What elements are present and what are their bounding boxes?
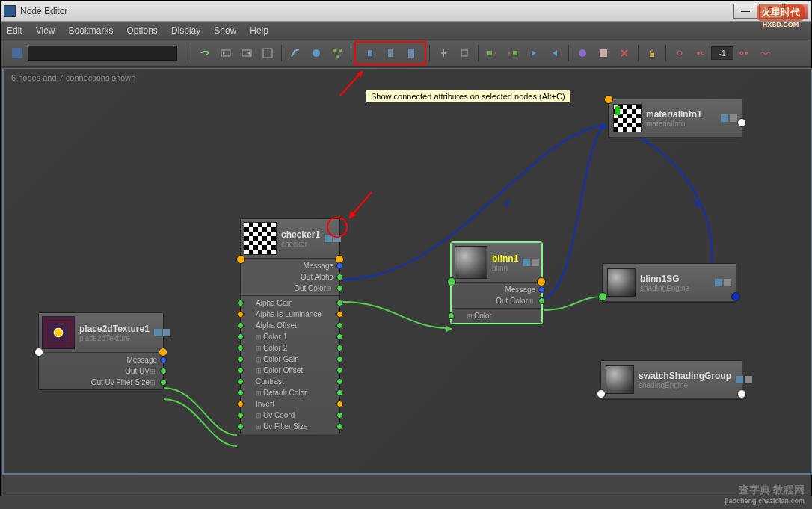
simple-mode-icon[interactable] bbox=[360, 44, 378, 62]
depth-zero-icon[interactable] bbox=[671, 44, 689, 62]
menu-display[interactable]: Display bbox=[171, 25, 200, 36]
annotation-arrow-node bbox=[342, 188, 379, 226]
node-graph-canvas[interactable]: 6 nodes and 7 connections shown Show con… bbox=[2, 68, 812, 475]
output-port[interactable] bbox=[731, 292, 740, 301]
port-in[interactable] bbox=[448, 312, 455, 319]
attr-uvfiltersize: ⊞Uv Filter Size bbox=[241, 421, 339, 432]
input-graph-icon[interactable] bbox=[483, 44, 501, 62]
port-out[interactable] bbox=[336, 262, 343, 269]
svg-point-14 bbox=[579, 49, 586, 57]
pin-icon[interactable] bbox=[434, 44, 452, 62]
node-header-icons[interactable] bbox=[523, 259, 539, 266]
svg-point-19 bbox=[701, 52, 704, 55]
attr-invert: Invert bbox=[241, 398, 339, 410]
attr-outcolor: Out Color⊞ bbox=[452, 295, 541, 306]
swatch-icon bbox=[455, 246, 487, 279]
node-name-label: blinn1SG bbox=[640, 274, 710, 284]
menu-show[interactable]: Show bbox=[214, 25, 236, 36]
clear-icon[interactable] bbox=[286, 44, 304, 62]
texture-icon[interactable] bbox=[594, 44, 612, 62]
add-node-icon[interactable] bbox=[307, 44, 325, 62]
svg-rect-15 bbox=[600, 49, 607, 57]
attr-message: Message bbox=[241, 260, 339, 271]
attr-alphagain: Alpha Gain bbox=[241, 297, 339, 309]
connected-mode-icon[interactable] bbox=[381, 44, 399, 62]
menu-edit[interactable]: Edit bbox=[7, 25, 22, 36]
title-bar[interactable]: Node Editor — ☐ ✕ bbox=[1, 1, 811, 22]
svg-rect-10 bbox=[408, 49, 414, 58]
swatch-icon bbox=[607, 268, 636, 297]
svg-rect-3 bbox=[263, 49, 272, 58]
node-type-label: shadingEngine bbox=[639, 381, 731, 389]
port-out[interactable] bbox=[160, 368, 167, 374]
traversal-depth-field[interactable]: -1 bbox=[711, 46, 733, 60]
svg-rect-13 bbox=[513, 51, 517, 55]
input-port[interactable] bbox=[604, 95, 613, 104]
port-out[interactable] bbox=[538, 297, 545, 304]
layout-icon[interactable] bbox=[259, 44, 277, 62]
node-materialinfo[interactable]: materialInfo1 materialInfo bbox=[608, 99, 742, 138]
output-port[interactable] bbox=[737, 118, 746, 127]
output-port[interactable] bbox=[737, 389, 746, 398]
svg-point-4 bbox=[313, 49, 320, 57]
graph-icon[interactable] bbox=[328, 44, 346, 62]
port-out[interactable] bbox=[538, 286, 545, 293]
svg-rect-12 bbox=[487, 51, 492, 55]
port-out[interactable] bbox=[336, 285, 343, 291]
menu-options[interactable]: Options bbox=[127, 25, 158, 36]
attr-contrast: Contrast bbox=[241, 376, 339, 387]
menu-help[interactable]: Help bbox=[250, 25, 268, 36]
node-blinn[interactable]: blinn1 blinn Message Out Color⊞ ⊞Color bbox=[451, 242, 542, 324]
depth-decrease-icon[interactable] bbox=[692, 44, 710, 62]
node-header-icons[interactable] bbox=[715, 279, 731, 286]
svg-point-20 bbox=[740, 52, 743, 55]
redo-icon[interactable] bbox=[196, 44, 214, 62]
output-graph-icon[interactable] bbox=[504, 44, 522, 62]
depth-unlimited-icon[interactable] bbox=[756, 44, 774, 62]
attr-colorgain: ⊞Color Gain bbox=[241, 354, 339, 365]
minimize-button[interactable]: — bbox=[733, 4, 757, 19]
input-port[interactable] bbox=[598, 292, 607, 301]
nav-forward-icon[interactable] bbox=[238, 44, 256, 62]
node-editor-window: Node Editor — ☐ ✕ Edit View Bookmarks Op… bbox=[0, 0, 812, 496]
attr-message: Message bbox=[39, 354, 163, 365]
attr-alphaoffset: Alpha Offset bbox=[241, 320, 339, 331]
app-icon bbox=[4, 5, 16, 17]
menu-bookmarks[interactable]: Bookmarks bbox=[68, 25, 113, 36]
node-header-icons[interactable] bbox=[721, 114, 737, 122]
node-swatchsg[interactable]: swatchShadingGroup shadingEngine bbox=[600, 360, 742, 400]
port-out[interactable] bbox=[336, 274, 343, 280]
menu-view[interactable]: View bbox=[36, 25, 55, 36]
node-header-icons[interactable] bbox=[154, 329, 170, 336]
annotation-circle bbox=[327, 217, 348, 238]
material-icon[interactable] bbox=[573, 44, 591, 62]
node-type-label: checker bbox=[281, 240, 320, 248]
svg-rect-2 bbox=[242, 50, 251, 56]
attr-alphalum: Alpha Is Luminance bbox=[241, 309, 339, 320]
arrow-left-icon[interactable] bbox=[525, 44, 543, 62]
node-header-icons[interactable] bbox=[736, 376, 752, 383]
input-field-icon[interactable] bbox=[8, 44, 26, 62]
swatch-icon bbox=[42, 316, 75, 349]
port-out[interactable] bbox=[160, 357, 167, 363]
depth-increase-icon[interactable] bbox=[735, 44, 753, 62]
input-port[interactable] bbox=[597, 389, 606, 398]
svg-rect-9 bbox=[388, 49, 393, 57]
maximize-button[interactable]: ☐ bbox=[759, 4, 783, 19]
window-title: Node Editor bbox=[20, 6, 733, 16]
node-checker[interactable]: checker1 checker Message Out Alpha Out C… bbox=[240, 218, 340, 434]
close-button[interactable]: ✕ bbox=[784, 4, 808, 19]
attr-message: Message bbox=[452, 284, 541, 295]
lock-icon[interactable] bbox=[643, 44, 661, 62]
node-place2d[interactable]: place2dTexture1 place2dTexture Message O… bbox=[38, 312, 164, 390]
node-type-label: materialInfo bbox=[646, 120, 716, 128]
nav-back-icon[interactable] bbox=[217, 44, 235, 62]
search-field[interactable] bbox=[28, 46, 177, 61]
node-blinnsg[interactable]: blinn1SG shadingEngine bbox=[602, 263, 736, 303]
port-out[interactable] bbox=[160, 379, 167, 386]
delete-icon[interactable] bbox=[615, 44, 633, 62]
arrow-right-icon[interactable] bbox=[546, 44, 564, 62]
sync-icon[interactable] bbox=[455, 44, 473, 62]
full-mode-icon[interactable] bbox=[402, 44, 420, 62]
svg-rect-8 bbox=[368, 50, 372, 56]
